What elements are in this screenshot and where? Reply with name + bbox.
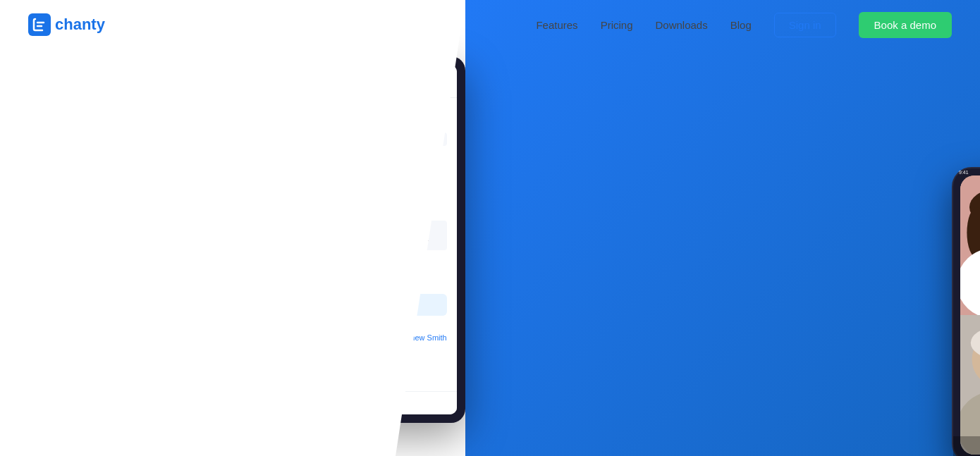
- page-wrapper: chanty Features Pricing Downloads Blog S…: [0, 0, 980, 456]
- nav-features[interactable]: Features: [536, 19, 577, 31]
- logo-text: chanty: [55, 16, 105, 34]
- logo-icon: [28, 13, 51, 36]
- video-cell-3: [960, 315, 980, 455]
- nav-pricing[interactable]: Pricing: [601, 19, 633, 31]
- main-nav: Features Pricing Downloads Blog Sign in …: [536, 12, 952, 38]
- video-cell-1: [960, 175, 980, 315]
- book-demo-button[interactable]: Book a demo: [859, 12, 952, 38]
- signin-button[interactable]: Sign in: [774, 13, 836, 37]
- nav-blog[interactable]: Blog: [730, 19, 752, 31]
- call-controls: 🎤 📵 📞 📷: [960, 436, 980, 455]
- phone-frame: 9:41 ●●● ▶: [952, 167, 980, 456]
- left-section: [0, 0, 465, 456]
- phone-status-bar: 9:41 ●●● ▶: [960, 175, 980, 177]
- person-silhouette-3: [960, 315, 980, 455]
- logo[interactable]: chanty: [28, 13, 105, 36]
- phone-screen: 9:41 ●●● ▶: [960, 175, 980, 455]
- header: chanty Features Pricing Downloads Blog S…: [0, 0, 980, 49]
- person-silhouette-1: [960, 175, 980, 315]
- nav-downloads[interactable]: Downloads: [655, 19, 707, 31]
